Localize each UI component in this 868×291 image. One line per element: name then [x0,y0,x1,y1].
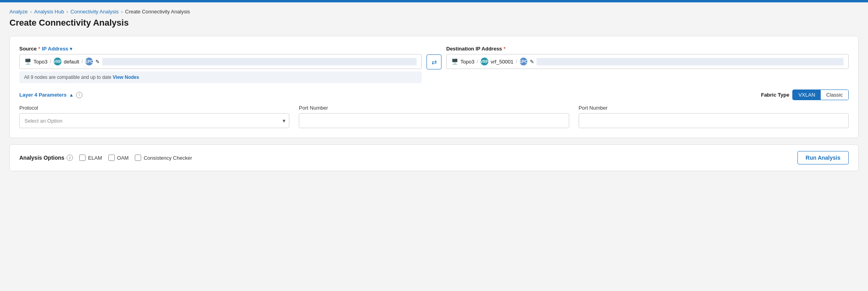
fabric-type-label: Fabric Type [761,92,789,98]
analysis-options-left: Analysis Options i ELAM OAM Consistency … [19,155,192,161]
consistency-checkbox-group[interactable]: Consistency Checker [135,155,192,161]
consistency-label: Consistency Checker [143,155,192,161]
source-label: Source [19,46,37,52]
port-number-src-group: Port Number [299,105,569,128]
layer4-chevron: ▲ [69,92,74,98]
view-nodes-link[interactable]: View Nodes [113,75,139,80]
analysis-options-card: Analysis Options i ELAM OAM Consistency … [9,144,859,171]
dest-topo: Topo3 [460,59,474,65]
analysis-options-label: Analysis Options [19,155,64,161]
breadcrumb: Analyze › Analysis Hub › Connectivity An… [9,9,859,15]
port-number-src-input[interactable] [299,113,569,128]
source-ip-input[interactable] [102,58,417,65]
compat-text: All 9 nodes are compatible and up to dat… [24,75,111,80]
destination-section: Destination IP Address * 🖥️ Topo3 / VRF … [446,46,849,69]
protocol-label: Protocol [19,105,289,111]
port-number-dst-group: Port Number [579,105,849,128]
swap-icon: ⇄ [432,58,437,66]
breadcrumb-connectivity[interactable]: Connectivity Analysis [71,9,119,15]
oam-checkbox[interactable] [108,155,115,161]
protocol-select[interactable]: Select an Option TCP UDP ICMP [19,113,289,128]
params-row: Protocol Select an Option TCP UDP ICMP P… [19,105,849,128]
source-input-field[interactable]: 🖥️ Topo3 / VRF default / EPC ✎ [19,54,422,69]
source-topo-icon: 🖥️ [24,58,31,65]
port-number-dst-label: Port Number [579,105,849,111]
destination-input-field[interactable]: 🖥️ Topo3 / VRF vrf_50001 / EPC ✎ [446,54,849,69]
source-section: Source * IP Address ▾ 🖥️ Topo3 / VRF def… [19,46,422,83]
compat-notice: All 9 nodes are compatible and up to dat… [19,71,422,83]
consistency-checkbox[interactable] [135,155,141,161]
source-required: * [38,46,40,52]
swap-button[interactable]: ⇄ [427,54,441,69]
main-form-card: Source * IP Address ▾ 🖥️ Topo3 / VRF def… [9,36,859,138]
port-number-src-label: Port Number [299,105,569,111]
source-vrf-badge: VRF [54,58,61,65]
dest-ip-input[interactable] [536,58,844,65]
source-type-chevron: ▾ [70,46,72,52]
dest-epc-edit: ✎ [530,59,534,65]
fabric-type-toggle: VXLAN Classic [792,90,849,100]
dest-vrf-label: vrf_50001 [491,59,514,65]
layer4-title[interactable]: Layer 4 Parameters [19,92,67,98]
port-number-dst-input[interactable] [579,113,849,128]
layer4-params-row: Layer 4 Parameters ▲ i Fabric Type VXLAN… [19,90,849,100]
source-type-link[interactable]: IP Address [42,46,68,52]
dest-epc-badge: EPC [520,58,527,65]
analysis-options-info-icon[interactable]: i [67,155,73,161]
source-epc-badge: EPC [85,58,93,65]
fabric-classic-btn[interactable]: Classic [821,90,848,100]
destination-label: Destination IP Address [446,46,502,52]
elam-label: ELAM [88,155,102,161]
layer4-info-icon[interactable]: i [76,92,82,98]
dest-vrf-badge: VRF [481,58,488,65]
source-epc-edit: ✎ [95,59,100,65]
dest-topo-icon: 🖥️ [451,58,458,65]
run-analysis-button[interactable]: Run Analysis [797,151,849,164]
oam-label: OAM [117,155,129,161]
oam-checkbox-group[interactable]: OAM [108,155,129,161]
breadcrumb-create: Create Connectivity Analysis [125,9,190,15]
destination-required: * [504,46,506,52]
fabric-vxlan-btn[interactable]: VXLAN [793,90,821,100]
protocol-group: Protocol Select an Option TCP UDP ICMP [19,105,289,128]
elam-checkbox[interactable] [79,155,86,161]
elam-checkbox-group[interactable]: ELAM [79,155,102,161]
breadcrumb-analyze[interactable]: Analyze [9,9,28,15]
breadcrumb-hub[interactable]: Analysis Hub [34,9,64,15]
page-title: Create Connectivity Analysis [9,18,859,28]
source-vrf-label: default [64,59,79,65]
source-topo: Topo3 [34,59,47,65]
